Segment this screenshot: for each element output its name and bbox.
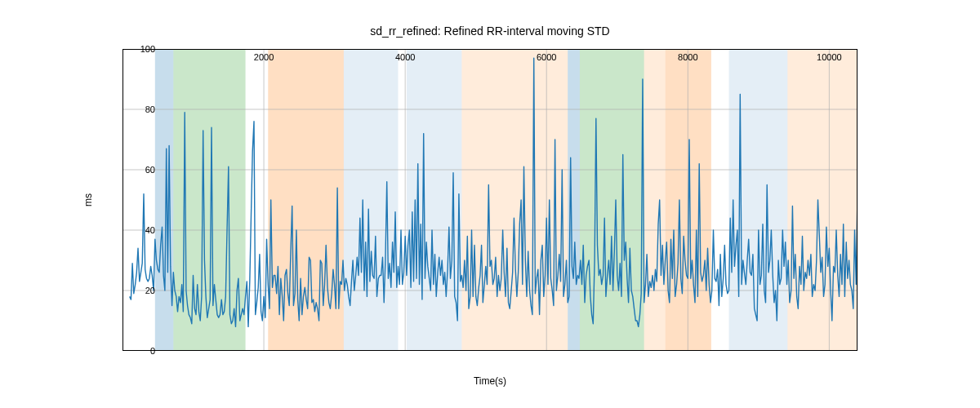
background-band [729,49,788,351]
background-band [644,49,666,351]
background-band [344,49,399,351]
y-tick-label: 100 [122,44,160,54]
x-tick-label: 8000 [678,49,697,62]
x-tick-label: 6000 [537,49,556,62]
y-axis-label: ms [82,49,95,351]
y-tick-label: 20 [122,286,160,295]
x-tick-label: 2000 [254,49,274,62]
background-band [568,49,580,351]
background-band [520,49,568,351]
y-tick-label: 80 [122,104,160,114]
chart-svg [122,49,858,351]
x-tick-label: 10000 [817,49,842,62]
chart-title: sd_rr_refined: Refined RR-interval movin… [122,24,858,38]
chart-plot-area: 020406080100 200040006000800010000 [122,49,858,351]
x-axis-label: Time(s) [122,375,858,387]
y-tick-label: 0 [122,346,160,356]
y-tick-label: 60 [122,165,160,175]
x-tick-label: 4000 [395,49,415,62]
background-band [155,49,174,351]
background-band [461,49,520,351]
y-tick-label: 40 [122,225,160,235]
background-band [580,49,644,351]
